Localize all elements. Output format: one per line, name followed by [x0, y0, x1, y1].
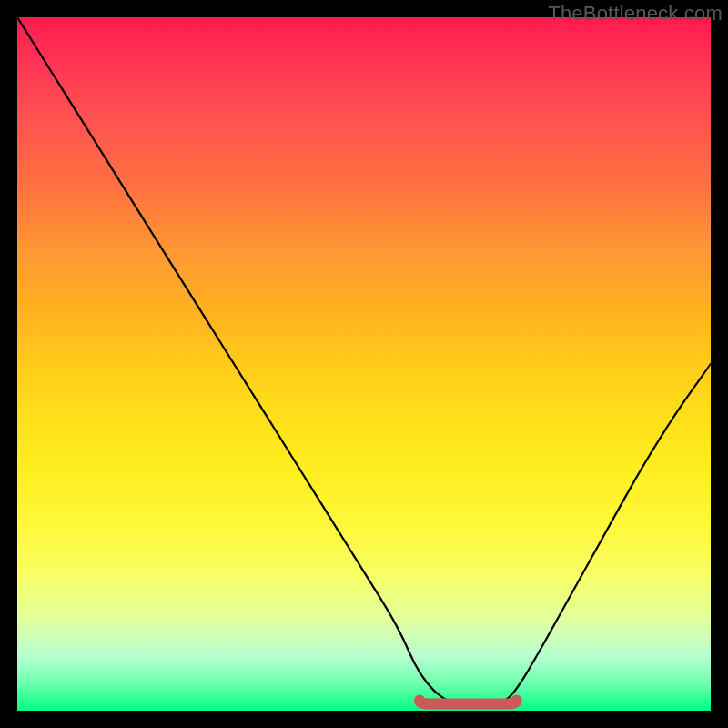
optimal-range-marker [420, 700, 517, 703]
bottleneck-curve [17, 17, 711, 711]
plot-area [17, 17, 711, 711]
curve-line [17, 17, 711, 703]
chart-container: TheBottleneck.com [0, 0, 728, 728]
watermark-text: TheBottleneck.com [548, 2, 723, 25]
